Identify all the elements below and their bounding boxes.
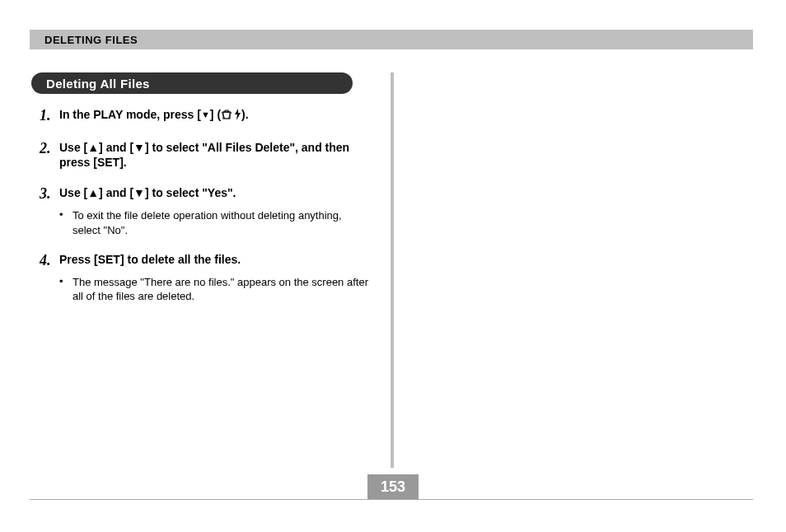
bullet-item: • The message "There are no files." appe… [40, 275, 369, 304]
step-2: 2. Use [▲] and [▼] to select "All Files … [40, 140, 369, 171]
step-1-text-before: In the PLAY mode, press [ [59, 108, 201, 121]
step-1-text-after: ). [241, 108, 249, 121]
trash-icon [221, 109, 232, 124]
section-heading: Deleting All Files [31, 72, 353, 94]
column-divider [391, 72, 394, 468]
bullet-dot: • [59, 208, 73, 237]
step-text: In the PLAY mode, press [▼] (). [59, 107, 369, 124]
step-1-text-mid: ] ( [210, 108, 221, 121]
step-number: 3. [40, 185, 59, 203]
step-number: 1. [40, 107, 59, 125]
section-heading-text: Deleting All Files [46, 77, 150, 91]
step-number: 2. [40, 140, 59, 158]
step-number: 4. [40, 252, 59, 270]
page-number-box: 153 [367, 474, 419, 499]
page-number: 153 [381, 478, 405, 496]
step-text: Use [▲] and [▼] to select "All Files Del… [59, 140, 369, 171]
bullet-item: • To exit the file delete operation with… [40, 208, 369, 237]
step-1: 1. In the PLAY mode, press [▼] (). [40, 107, 369, 125]
down-arrow-icon: ▼ [201, 109, 210, 121]
bolt-icon [234, 109, 241, 124]
page-header-title: DELETING FILES [44, 34, 138, 46]
step-4: 4. Press [SET] to delete all the files. … [40, 252, 369, 304]
bullet-text: To exit the file delete operation withou… [73, 208, 369, 237]
step-text: Press [SET] to delete all the files. [59, 252, 369, 268]
content-column: 1. In the PLAY mode, press [▼] (). 2. Us… [40, 107, 369, 319]
bullet-dot: • [59, 275, 73, 304]
step-text: Use [▲] and [▼] to select "Yes". [59, 185, 369, 201]
bottom-rule [30, 499, 753, 500]
step-3: 3. Use [▲] and [▼] to select "Yes". • To… [40, 185, 369, 237]
bullet-text: The message "There are no files." appear… [73, 275, 369, 304]
page-header-bar: DELETING FILES [30, 30, 753, 49]
